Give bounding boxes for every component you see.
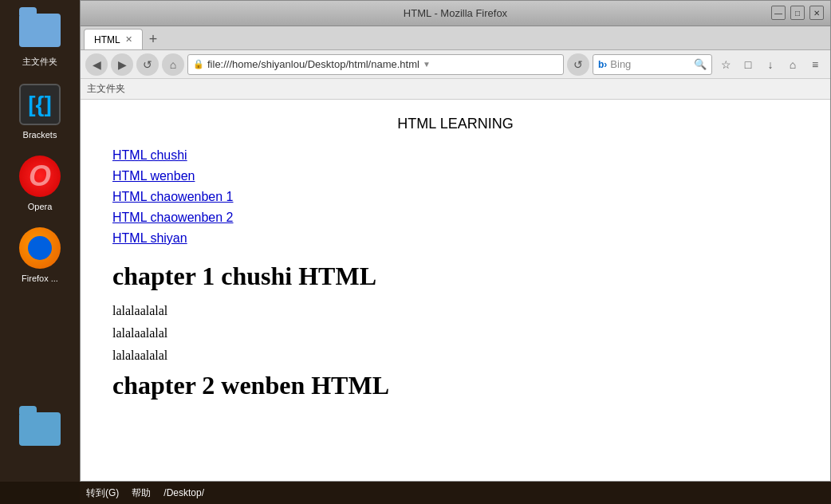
bookmark-star-button[interactable]: ☆ [715,54,736,75]
menu-button[interactable]: ≡ [805,54,825,75]
firefox-icon [16,224,64,272]
minimize-button[interactable]: — [771,6,786,20]
chapter2-heading: chapter 2 wenben HTML [112,371,798,400]
chapter1-para2: lalalaalalal [112,326,798,341]
sidebar: 主文件夹 [{] Brackets Opera Firefox ... [0,0,80,504]
sidebar-item-firefox-label: Firefox ... [22,274,58,283]
reload-button[interactable]: ↺ [136,53,159,76]
page-heading: HTML LEARNING [112,116,798,132]
sidebar-item-opera-label: Opera [28,202,53,211]
search-placeholder: Bing [610,58,631,70]
nav-bar: ◀ ▶ ↺ ⌂ 🔒 file:///home/shiyanlou/Desktop… [81,50,830,79]
nav-link-chaowenben2[interactable]: HTML chaowenben 2 [112,211,798,225]
taskbar-bottom: 转到(G) 帮助 /Desktop/ [0,482,831,504]
taskbar-path: /Desktop/ [157,487,211,498]
new-tab-button[interactable]: + [143,31,164,48]
tab-bar: HTML ✕ + [81,26,830,50]
taskbar-help[interactable]: 帮助 [125,486,157,500]
close-button[interactable]: ✕ [809,6,824,20]
tab-close-button[interactable]: ✕ [125,34,132,45]
browser-tab[interactable]: HTML ✕ [84,29,143,49]
bing-logo: b› [598,59,607,70]
title-bar: HTML - Mozilla Firefox — □ ✕ [81,1,830,26]
sidebar-item-brackets-label: Brackets [23,130,57,140]
search-icon[interactable]: 🔍 [694,58,707,70]
sidebar-item-firefox[interactable]: Firefox ... [4,218,76,286]
sidebar-item-home-folder-label: 主文件夹 [22,56,57,68]
url-bar[interactable]: 🔒 file:///home/shiyanlou/Desktop/html/na… [187,54,564,75]
chapter1-para3: lalalaalalal [112,348,798,363]
url-dropdown-icon[interactable]: ▼ [423,60,431,69]
refresh-button[interactable]: ↺ [567,53,589,76]
file-manager-icon [16,405,64,453]
reading-mode-button[interactable]: □ [738,54,758,75]
home-nav-button[interactable]: ⌂ [782,54,803,75]
chapter1-heading: chapter 1 chushi HTML [112,262,798,291]
folder-icon [16,6,64,54]
url-text: file:///home/shiyanlou/Desktop/html/name… [207,58,419,70]
url-lock-icon: 🔒 [193,59,204,69]
sidebar-item-brackets[interactable]: [{] Brackets [4,74,76,143]
taskbar-goto[interactable]: 转到(G) [80,486,125,500]
forward-button[interactable]: ▶ [111,53,133,76]
bookmarks-label[interactable]: 主文件夹 [87,82,125,96]
search-bar[interactable]: b› Bing 🔍 [593,54,712,75]
nav-links: HTML chushi HTML wenben HTML chaowenben … [112,148,798,246]
back-button[interactable]: ◀ [85,53,108,76]
window-controls: — □ ✕ [771,6,824,20]
tab-label: HTML [94,34,120,45]
nav-link-chushi[interactable]: HTML chushi [112,148,798,163]
sidebar-bottom [0,399,80,456]
nav-icons: ☆ □ ↓ ⌂ ≡ [715,54,825,75]
window-title: HTML - Mozilla Firefox [87,7,824,19]
maximize-button[interactable]: □ [790,6,805,20]
opera-icon [16,152,64,200]
bookmarks-bar: 主文件夹 [81,79,830,100]
brackets-icon: [{] [16,81,64,128]
sidebar-item-home-folder[interactable]: 主文件夹 [4,0,76,71]
page-content: HTML LEARNING HTML chushi HTML wenben HT… [81,100,830,481]
browser-window: HTML - Mozilla Firefox — □ ✕ HTML ✕ + ◀ … [80,0,831,482]
nav-link-chaowenben1[interactable]: HTML chaowenben 1 [112,190,798,204]
download-button[interactable]: ↓ [760,54,781,75]
nav-link-wenben[interactable]: HTML wenben [112,169,798,183]
home-button[interactable]: ⌂ [162,53,184,76]
sidebar-item-file-manager[interactable] [4,399,76,453]
sidebar-item-opera[interactable]: Opera [4,146,76,215]
nav-link-shiyan[interactable]: HTML shiyan [112,231,798,246]
chapter1-para1: lalalaalalal [112,304,798,318]
